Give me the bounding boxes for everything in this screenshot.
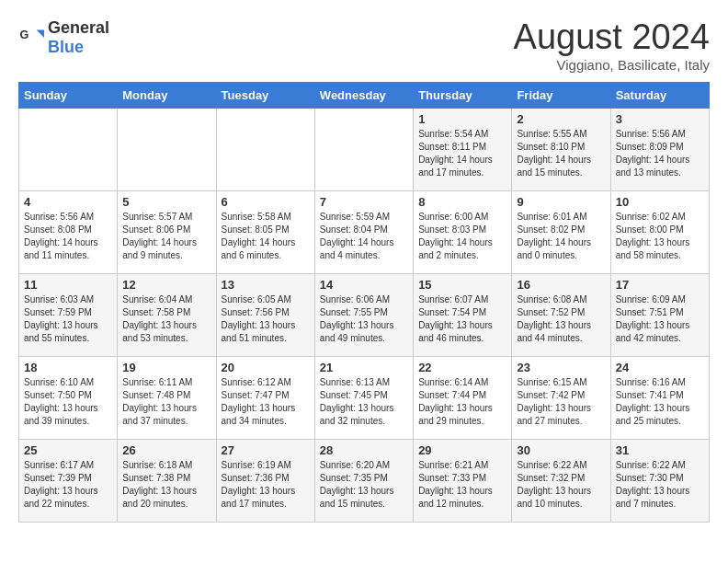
day-info: Sunrise: 6:16 AM Sunset: 7:41 PM Dayligh… xyxy=(616,376,704,428)
svg-text:G: G xyxy=(19,29,28,41)
day-number: 23 xyxy=(517,361,605,374)
day-info: Sunrise: 6:17 AM Sunset: 7:39 PM Dayligh… xyxy=(24,459,112,511)
day-number: 16 xyxy=(517,278,605,292)
day-number: 27 xyxy=(222,443,310,457)
day-number: 17 xyxy=(616,278,704,292)
calendar-week-5: 25Sunrise: 6:17 AM Sunset: 7:39 PM Dayli… xyxy=(19,439,710,522)
day-info: Sunrise: 6:12 AM Sunset: 7:47 PM Dayligh… xyxy=(222,376,310,428)
month-year-title: August 2024 xyxy=(514,18,710,57)
day-number: 12 xyxy=(122,278,210,292)
day-info: Sunrise: 6:19 AM Sunset: 7:36 PM Dayligh… xyxy=(222,459,310,511)
day-info: Sunrise: 5:57 AM Sunset: 8:06 PM Dayligh… xyxy=(122,211,210,262)
calendar-cell xyxy=(118,108,216,190)
calendar-cell: 17Sunrise: 6:09 AM Sunset: 7:51 PM Dayli… xyxy=(610,273,709,356)
day-info: Sunrise: 5:56 AM Sunset: 8:09 PM Dayligh… xyxy=(616,128,704,179)
header-row: Sunday Monday Tuesday Wednesday Thursday… xyxy=(19,82,710,108)
calendar-cell xyxy=(216,108,314,190)
day-info: Sunrise: 6:06 AM Sunset: 7:55 PM Dayligh… xyxy=(320,293,408,345)
day-info: Sunrise: 6:15 AM Sunset: 7:42 PM Dayligh… xyxy=(517,376,605,428)
calendar-cell: 12Sunrise: 6:04 AM Sunset: 7:58 PM Dayli… xyxy=(118,273,216,356)
day-number: 7 xyxy=(320,195,408,209)
day-number: 22 xyxy=(418,361,506,374)
day-info: Sunrise: 6:22 AM Sunset: 7:32 PM Dayligh… xyxy=(517,459,605,511)
day-number: 20 xyxy=(222,361,310,374)
day-number: 29 xyxy=(418,443,506,457)
calendar-cell: 27Sunrise: 6:19 AM Sunset: 7:36 PM Dayli… xyxy=(216,439,314,522)
calendar-cell: 3Sunrise: 5:56 AM Sunset: 8:09 PM Daylig… xyxy=(610,108,709,190)
logo-general: General xyxy=(48,18,109,37)
day-number: 18 xyxy=(24,361,112,374)
day-info: Sunrise: 6:09 AM Sunset: 7:51 PM Dayligh… xyxy=(616,293,704,345)
calendar-cell: 25Sunrise: 6:17 AM Sunset: 7:39 PM Dayli… xyxy=(19,439,118,522)
day-number: 24 xyxy=(616,361,704,374)
calendar-cell: 29Sunrise: 6:21 AM Sunset: 7:33 PM Dayli… xyxy=(414,439,512,522)
day-info: Sunrise: 6:04 AM Sunset: 7:58 PM Dayligh… xyxy=(122,293,210,345)
header-saturday: Saturday xyxy=(610,82,709,108)
day-number: 9 xyxy=(517,195,605,209)
calendar-cell: 15Sunrise: 6:07 AM Sunset: 7:54 PM Dayli… xyxy=(414,273,512,356)
day-info: Sunrise: 6:03 AM Sunset: 7:59 PM Dayligh… xyxy=(24,293,112,345)
day-info: Sunrise: 6:13 AM Sunset: 7:45 PM Dayligh… xyxy=(320,376,408,428)
day-info: Sunrise: 5:55 AM Sunset: 8:10 PM Dayligh… xyxy=(517,128,605,179)
calendar-cell: 28Sunrise: 6:20 AM Sunset: 7:35 PM Dayli… xyxy=(314,439,413,522)
day-number: 19 xyxy=(122,361,210,374)
day-info: Sunrise: 6:00 AM Sunset: 8:03 PM Dayligh… xyxy=(418,211,506,262)
header-monday: Monday xyxy=(118,82,216,108)
logo-icon: G xyxy=(18,25,44,51)
day-info: Sunrise: 6:11 AM Sunset: 7:48 PM Dayligh… xyxy=(122,376,210,428)
calendar-cell: 14Sunrise: 6:06 AM Sunset: 7:55 PM Dayli… xyxy=(314,273,413,356)
calendar-cell: 18Sunrise: 6:10 AM Sunset: 7:50 PM Dayli… xyxy=(19,356,118,439)
day-info: Sunrise: 5:58 AM Sunset: 8:05 PM Dayligh… xyxy=(222,211,310,262)
calendar-cell: 5Sunrise: 5:57 AM Sunset: 8:06 PM Daylig… xyxy=(118,190,216,273)
calendar-cell: 26Sunrise: 6:18 AM Sunset: 7:38 PM Dayli… xyxy=(118,439,216,522)
day-number: 13 xyxy=(222,278,310,292)
day-info: Sunrise: 6:01 AM Sunset: 8:02 PM Dayligh… xyxy=(517,211,605,262)
day-info: Sunrise: 6:08 AM Sunset: 7:52 PM Dayligh… xyxy=(517,293,605,345)
calendar-cell xyxy=(19,108,118,190)
day-info: Sunrise: 6:10 AM Sunset: 7:50 PM Dayligh… xyxy=(24,376,112,428)
header-sunday: Sunday xyxy=(19,82,118,108)
day-number: 5 xyxy=(122,195,210,209)
day-number: 26 xyxy=(122,443,210,457)
day-info: Sunrise: 6:18 AM Sunset: 7:38 PM Dayligh… xyxy=(122,459,210,511)
calendar-cell: 16Sunrise: 6:08 AM Sunset: 7:52 PM Dayli… xyxy=(512,273,610,356)
calendar-cell: 11Sunrise: 6:03 AM Sunset: 7:59 PM Dayli… xyxy=(19,273,118,356)
calendar-cell xyxy=(314,108,413,190)
calendar-week-3: 11Sunrise: 6:03 AM Sunset: 7:59 PM Dayli… xyxy=(19,273,710,356)
calendar-week-1: 1Sunrise: 5:54 AM Sunset: 8:11 PM Daylig… xyxy=(19,108,710,190)
location-subtitle: Viggiano, Basilicate, Italy xyxy=(514,57,710,73)
day-info: Sunrise: 5:54 AM Sunset: 8:11 PM Dayligh… xyxy=(418,128,506,179)
calendar-cell: 9Sunrise: 6:01 AM Sunset: 8:02 PM Daylig… xyxy=(512,190,610,273)
calendar-cell: 20Sunrise: 6:12 AM Sunset: 7:47 PM Dayli… xyxy=(216,356,314,439)
calendar-cell: 1Sunrise: 5:54 AM Sunset: 8:11 PM Daylig… xyxy=(414,108,512,190)
header-thursday: Thursday xyxy=(414,82,512,108)
calendar-cell: 24Sunrise: 6:16 AM Sunset: 7:41 PM Dayli… xyxy=(610,356,709,439)
calendar-cell: 19Sunrise: 6:11 AM Sunset: 7:48 PM Dayli… xyxy=(118,356,216,439)
logo: G General Blue xyxy=(18,18,109,57)
svg-marker-1 xyxy=(37,30,44,38)
day-info: Sunrise: 6:20 AM Sunset: 7:35 PM Dayligh… xyxy=(320,459,408,511)
day-info: Sunrise: 6:21 AM Sunset: 7:33 PM Dayligh… xyxy=(418,459,506,511)
logo-blue: Blue xyxy=(48,38,84,56)
calendar-cell: 21Sunrise: 6:13 AM Sunset: 7:45 PM Dayli… xyxy=(314,356,413,439)
calendar-week-4: 18Sunrise: 6:10 AM Sunset: 7:50 PM Dayli… xyxy=(19,356,710,439)
day-number: 28 xyxy=(320,443,408,457)
title-block: August 2024 Viggiano, Basilicate, Italy xyxy=(514,18,710,73)
calendar-body: 1Sunrise: 5:54 AM Sunset: 8:11 PM Daylig… xyxy=(19,108,710,522)
calendar-cell: 2Sunrise: 5:55 AM Sunset: 8:10 PM Daylig… xyxy=(512,108,610,190)
day-info: Sunrise: 6:14 AM Sunset: 7:44 PM Dayligh… xyxy=(418,376,506,428)
calendar-cell: 4Sunrise: 5:56 AM Sunset: 8:08 PM Daylig… xyxy=(19,190,118,273)
day-number: 31 xyxy=(616,443,704,457)
header-tuesday: Tuesday xyxy=(216,82,314,108)
calendar-header: Sunday Monday Tuesday Wednesday Thursday… xyxy=(19,82,710,108)
calendar-cell: 23Sunrise: 6:15 AM Sunset: 7:42 PM Dayli… xyxy=(512,356,610,439)
day-info: Sunrise: 5:59 AM Sunset: 8:04 PM Dayligh… xyxy=(320,211,408,262)
day-number: 2 xyxy=(517,112,605,126)
calendar-cell: 30Sunrise: 6:22 AM Sunset: 7:32 PM Dayli… xyxy=(512,439,610,522)
page-header: G General Blue August 2024 Viggiano, Bas… xyxy=(18,18,710,73)
day-number: 25 xyxy=(24,443,112,457)
day-number: 21 xyxy=(320,361,408,374)
day-number: 14 xyxy=(320,278,408,292)
calendar-cell: 6Sunrise: 5:58 AM Sunset: 8:05 PM Daylig… xyxy=(216,190,314,273)
day-number: 10 xyxy=(616,195,704,209)
